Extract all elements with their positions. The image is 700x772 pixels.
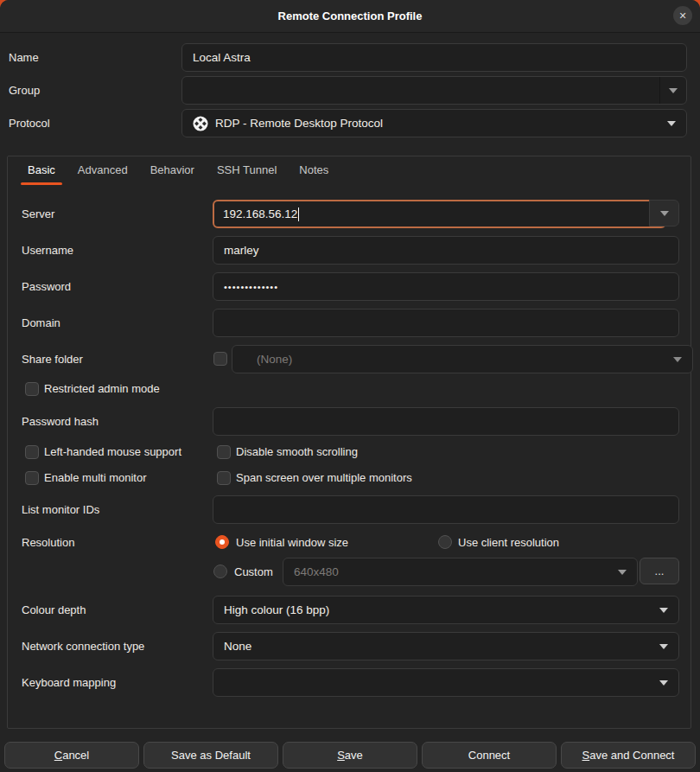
radio-use-initial-window-size[interactable] [215,535,229,549]
password-hash-input[interactable] [213,407,679,436]
window-title: Remote Connection Profile [278,10,423,22]
protocol-label: Protocol [9,109,50,137]
network-type-value: None [224,640,251,653]
server-value: 192.168.56.12 [223,207,297,220]
list-monitor-ids-input[interactable] [213,495,679,524]
close-icon: ✕ [678,11,686,21]
multi-monitor-checkbox[interactable] [25,471,39,485]
span-screen-label: Span screen over multiple monitors [236,469,412,487]
tab-basic[interactable]: Basic [16,156,67,185]
chevron-down-icon [660,211,669,216]
name-value: Local Astra [193,51,251,64]
share-folder-dropdown[interactable]: (None) [232,345,693,373]
password-hash-label: Password hash [22,407,99,436]
tab-bar: Basic Advanced Behavior SSH Tunnel Notes [16,156,340,185]
use-client-resolution-label: Use client resolution [458,528,559,557]
footer-button-bar: Cancel Save as Default Save Connect Save… [4,742,696,769]
chevron-down-icon [669,88,678,93]
network-type-label: Network connection type [22,632,144,660]
multi-monitor-label: Enable multi monitor [44,469,147,487]
server-dropdown-button[interactable] [649,200,679,226]
save-button[interactable]: Save [283,742,417,769]
close-button[interactable]: ✕ [673,6,692,25]
text-cursor [298,207,299,221]
restricted-admin-label: Restricted admin mode [44,380,160,398]
network-type-dropdown[interactable]: None [213,632,679,660]
chevron-down-icon [659,608,668,613]
password-masked-value: ••••••••••••• [224,282,278,292]
disable-smooth-scrolling-checkbox[interactable] [217,445,231,459]
custom-label: Custom [234,558,273,586]
span-screen-checkbox[interactable] [217,471,231,485]
chevron-down-icon [618,570,627,575]
rdp-protocol-icon [193,116,208,131]
username-value: marley [224,244,259,257]
share-folder-checkbox[interactable] [213,352,227,366]
chevron-down-icon [673,357,682,362]
domain-label: Domain [22,309,60,337]
chevron-down-icon [659,644,668,649]
colour-depth-value: High colour (16 bpp) [224,603,329,616]
group-label: Group [9,76,40,105]
titlebar: Remote Connection Profile ✕ [0,0,700,33]
group-value [182,77,659,104]
use-initial-window-size-label: Use initial window size [236,528,348,557]
tab-ssh-tunnel[interactable]: SSH Tunnel [206,156,288,185]
tab-behavior[interactable]: Behavior [139,156,206,185]
custom-resolution-combobox[interactable]: 640x480 [283,558,638,586]
share-folder-value: (None) [257,353,292,366]
remote-connection-profile-dialog: Remote Connection Profile ✕ Name Local A… [0,0,700,772]
ellipsis-icon: ... [655,565,665,577]
left-handed-checkbox[interactable] [25,445,39,459]
left-handed-label: Left-handed mouse support [44,443,181,461]
disable-smooth-scrolling-label: Disable smooth scrolling [236,443,358,461]
tab-advanced[interactable]: Advanced [67,156,139,185]
tab-notes[interactable]: Notes [288,156,340,185]
list-monitor-ids-label: List monitor IDs [22,495,99,524]
server-input[interactable]: 192.168.56.12 [213,200,666,228]
settings-notebook: Basic Advanced Behavior SSH Tunnel Notes… [7,156,691,729]
username-label: Username [22,236,73,265]
custom-resolution-value: 640x480 [294,565,339,578]
chevron-down-icon [659,680,668,686]
protocol-value: RDP - Remote Desktop Protocol [215,117,383,130]
name-input[interactable]: Local Astra [181,43,687,72]
username-input[interactable]: marley [213,236,679,265]
connect-button[interactable]: Connect [422,742,557,769]
password-label: Password [22,272,71,301]
save-and-connect-button[interactable]: Save and Connect [561,742,696,769]
keyboard-mapping-label: Keyboard mapping [22,668,116,697]
name-label: Name [9,43,39,72]
domain-input[interactable] [213,309,679,337]
colour-depth-label: Colour depth [22,596,86,624]
radio-use-client-resolution[interactable] [438,535,452,549]
keyboard-mapping-dropdown[interactable] [213,668,679,697]
chevron-down-icon [667,121,676,126]
share-folder-label: Share folder [22,345,83,373]
restricted-admin-checkbox[interactable] [25,382,39,396]
group-combobox[interactable] [181,76,687,105]
radio-custom-resolution[interactable] [213,565,227,578]
resolution-more-button[interactable]: ... [640,558,679,584]
save-as-default-button[interactable]: Save as Default [143,742,278,769]
colour-depth-dropdown[interactable]: High colour (16 bpp) [213,596,679,624]
protocol-dropdown[interactable]: RDP - Remote Desktop Protocol [181,109,687,137]
password-input[interactable]: ••••••••••••• [213,272,679,301]
server-label: Server [22,200,54,228]
cancel-button[interactable]: Cancel [4,742,139,769]
resolution-label: Resolution [22,528,74,557]
group-dropdown-button[interactable] [659,77,686,104]
